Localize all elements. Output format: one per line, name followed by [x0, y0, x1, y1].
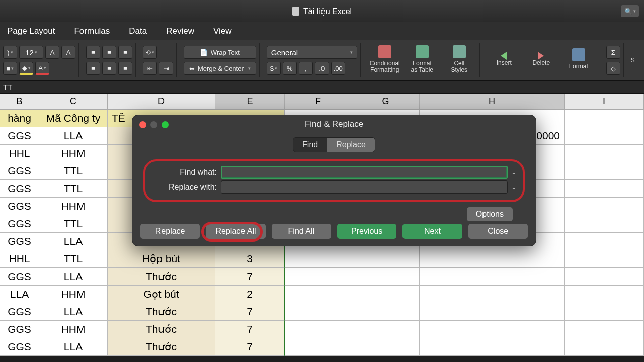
cell[interactable]	[565, 162, 644, 180]
delete-button[interactable]: Delete	[524, 43, 558, 75]
cell[interactable]	[565, 145, 644, 162]
cell[interactable]: TTL	[39, 250, 108, 268]
cell[interactable]	[285, 338, 352, 356]
cell[interactable]	[565, 127, 644, 145]
cell[interactable]: 7	[215, 338, 285, 356]
cell[interactable]: Thước	[108, 303, 215, 321]
replace-with-input[interactable]	[221, 180, 508, 194]
clear-icon[interactable]: ◇	[606, 62, 620, 75]
cell[interactable]: GGS	[0, 338, 39, 356]
orientation-icon[interactable]: ⟲▾	[143, 46, 157, 59]
currency-icon[interactable]: $▾	[267, 62, 281, 75]
col-C[interactable]: C	[39, 94, 108, 110]
cell[interactable]: GGS	[0, 233, 39, 250]
cell[interactable]	[420, 286, 565, 303]
cell[interactable]: LLA	[0, 286, 39, 303]
conditional-formatting-button[interactable]: Conditional Formatting	[368, 43, 402, 75]
cell[interactable]	[285, 250, 352, 268]
dec-decimal-icon[interactable]: .00	[331, 62, 345, 75]
tab-formulas[interactable]: Formulas	[70, 24, 114, 38]
cell[interactable]	[565, 180, 644, 198]
col-I[interactable]: I	[565, 94, 644, 110]
cell[interactable]: Hộp bút	[108, 250, 215, 268]
cell[interactable]: 3	[215, 250, 285, 268]
options-button[interactable]: Options	[467, 207, 513, 221]
align-top-icon[interactable]: ≡	[86, 46, 100, 59]
cell[interactable]: GGS	[0, 180, 39, 198]
cell[interactable]	[565, 198, 644, 215]
cell[interactable]	[352, 268, 420, 286]
col-D[interactable]: D	[108, 94, 215, 110]
cell[interactable]: GGS	[0, 303, 39, 321]
cell-styles-button[interactable]: Cell Styles	[442, 43, 476, 75]
cell[interactable]	[285, 286, 352, 303]
format-as-table-button[interactable]: Format as Table	[405, 43, 439, 75]
cell[interactable]: Thước	[108, 338, 215, 356]
comma-icon[interactable]: ,	[299, 62, 313, 75]
cell[interactable]: LLA	[39, 233, 108, 250]
cell[interactable]	[565, 233, 644, 250]
insert-button[interactable]: Insert	[487, 43, 521, 75]
cell[interactable]	[285, 303, 352, 321]
cell[interactable]: GGS	[0, 321, 39, 338]
align-bottom-icon[interactable]: ≡	[118, 46, 132, 59]
align-center-icon[interactable]: ≡	[102, 62, 116, 75]
font-dropdown[interactable]: )▾	[3, 46, 17, 59]
font-size[interactable]: 12▾	[19, 46, 43, 59]
increase-font-icon[interactable]: A	[45, 46, 59, 59]
col-E[interactable]: E	[215, 94, 285, 110]
cell[interactable]	[565, 286, 644, 303]
cell[interactable]	[565, 250, 644, 268]
cell[interactable]: GGS	[0, 127, 39, 145]
cell[interactable]: HHL	[0, 145, 39, 162]
cell[interactable]	[352, 338, 420, 356]
cell[interactable]	[420, 303, 565, 321]
cell[interactable]: 7	[215, 321, 285, 338]
find-history-dropdown-icon[interactable]: ⌄	[510, 169, 518, 176]
tab-view[interactable]: View	[209, 24, 236, 38]
cell[interactable]	[420, 321, 565, 338]
cell[interactable]: HHM	[39, 321, 108, 338]
cell[interactable]: TTL	[39, 162, 108, 180]
bold-icon[interactable]: ■▾	[3, 62, 17, 75]
cell[interactable]: HHM	[39, 198, 108, 215]
replace-all-button[interactable]: Replace All	[206, 224, 265, 239]
cell[interactable]: Thước	[108, 321, 215, 338]
cell[interactable]: HHL	[0, 250, 39, 268]
cell[interactable]: LLA	[39, 303, 108, 321]
col-H[interactable]: H	[420, 94, 565, 110]
replace-history-dropdown-icon[interactable]: ⌄	[510, 184, 518, 191]
cell[interactable]: HHM	[39, 145, 108, 162]
merge-center-button[interactable]: ⬌ Merge & Center▾	[184, 62, 256, 75]
next-button[interactable]: Next	[403, 224, 462, 239]
indent-inc-icon[interactable]: ⇥	[159, 62, 173, 75]
zoom-icon[interactable]	[162, 121, 169, 128]
align-right-icon[interactable]: ≡	[118, 62, 132, 75]
col-B[interactable]: B	[0, 94, 39, 110]
wrap-text-button[interactable]: 📄 Wrap Text	[184, 46, 256, 59]
cell[interactable]	[352, 303, 420, 321]
cell[interactable]: GGS	[0, 198, 39, 215]
col-F[interactable]: F	[285, 94, 352, 110]
cell[interactable]: GGS	[0, 162, 39, 180]
col-G[interactable]: G	[352, 94, 420, 110]
cell[interactable]	[420, 268, 565, 286]
cell[interactable]	[352, 321, 420, 338]
cell[interactable]: Thước	[108, 268, 215, 286]
cell[interactable]: 2	[215, 286, 285, 303]
close-button[interactable]: Close	[468, 224, 528, 239]
minimize-icon[interactable]	[150, 121, 157, 128]
cell[interactable]	[565, 268, 644, 286]
formula-bar[interactable]: TT	[0, 80, 644, 94]
tab-find[interactable]: Find	[293, 138, 327, 152]
tab-data[interactable]: Data	[125, 24, 151, 38]
font-color-icon[interactable]: A▾	[35, 62, 49, 75]
cell[interactable]	[285, 268, 352, 286]
inc-decimal-icon[interactable]: .0	[315, 62, 329, 75]
cell[interactable]	[565, 215, 644, 233]
cell[interactable]: GGS	[0, 215, 39, 233]
cell[interactable]: hàng	[0, 110, 39, 127]
cell[interactable]: LLA	[39, 127, 108, 145]
find-what-input[interactable]	[221, 166, 508, 179]
cell[interactable]: LLA	[39, 338, 108, 356]
